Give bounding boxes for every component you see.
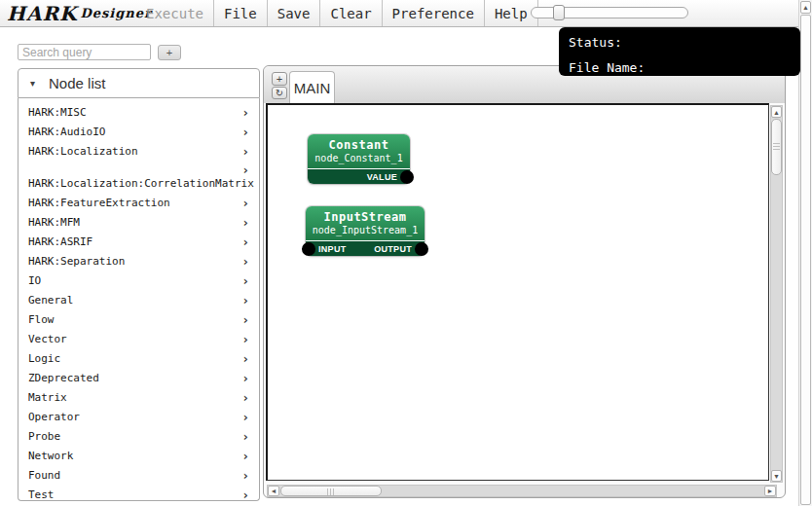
- scrollbar-grip-icon: [327, 488, 335, 495]
- file-name-label: File Name:: [569, 60, 800, 75]
- chevron-right-icon: ›: [241, 352, 249, 365]
- app-logo: HARK Designer: [0, 0, 136, 26]
- chevron-right-icon: ›: [241, 391, 249, 404]
- node-category-label: General: [28, 294, 73, 307]
- zoom-slider[interactable]: [531, 7, 688, 18]
- search-input[interactable]: [18, 44, 151, 60]
- main-panel: + ↻ MAIN Constantnode_Constant_1VALUEInp…: [263, 65, 786, 498]
- zoom-slider-handle[interactable]: [553, 5, 565, 20]
- node-list-item[interactable]: Network›: [18, 446, 259, 465]
- node-category-label: HARK:Separation: [28, 255, 125, 268]
- chevron-right-icon: ›: [241, 450, 249, 462]
- input-port[interactable]: [302, 242, 315, 256]
- node-list-item[interactable]: Test›: [18, 485, 259, 501]
- chevron-right-icon: ›: [241, 197, 249, 209]
- node-list-item[interactable]: Flow›: [18, 309, 259, 329]
- output-port-label: OUTPUT: [374, 244, 412, 254]
- node-category-label: Network: [28, 450, 73, 462]
- node-list-item[interactable]: HARK:Separation›: [18, 251, 259, 271]
- node-list-item[interactable]: HARK:Localization›: [18, 141, 259, 161]
- output-port-label: VALUE: [367, 172, 397, 182]
- clear-button[interactable]: Clear: [320, 0, 382, 26]
- node-category-label: Operator: [28, 411, 80, 423]
- node-category-label: HARK:MISC: [28, 106, 87, 119]
- node-list-item[interactable]: HARK:AudioIO›: [18, 122, 259, 141]
- chevron-right-icon: ›: [241, 126, 249, 138]
- node-type-label: InputStream: [306, 206, 424, 224]
- chevron-right-icon: ›: [241, 216, 249, 229]
- node-category-label: Matrix: [28, 391, 67, 404]
- node-list-item[interactable]: HARK:Localization:CorrelationMatrix›: [18, 161, 259, 193]
- scroll-left-icon[interactable]: ◄: [268, 486, 279, 496]
- node-category-label: HARK:Localization: [28, 145, 138, 158]
- node-list-title: Node list: [49, 75, 105, 91]
- chevron-right-icon: ›: [241, 274, 249, 287]
- flow-node-inputstream[interactable]: InputStreamnode_InputStream_1INPUTOUTPUT: [306, 206, 424, 256]
- scroll-down-icon[interactable]: ▼: [771, 470, 782, 482]
- menu-bar: Execute File Save Clear Preference Help: [136, 0, 538, 26]
- hark-designer-app: HARK Designer Execute File Save Clear Pr…: [0, 0, 812, 506]
- node-list-item[interactable]: Vector›: [18, 329, 259, 348]
- node-category-label: Found: [28, 469, 60, 482]
- chevron-right-icon: ›: [241, 145, 249, 158]
- file-button[interactable]: File: [214, 0, 268, 26]
- node-ports-strip: INPUTOUTPUT: [306, 240, 424, 256]
- chevron-right-icon: ›: [241, 430, 249, 443]
- horizontal-scrollbar-thumb[interactable]: [280, 486, 382, 496]
- node-type-label: Constant: [308, 134, 410, 152]
- node-list-item[interactable]: HARK:FeatureExtraction›: [18, 193, 259, 212]
- patch-canvas[interactable]: Constantnode_Constant_1VALUEInputStreamn…: [266, 103, 769, 481]
- refresh-sheet-button[interactable]: ↻: [272, 87, 287, 99]
- flow-node-constant[interactable]: Constantnode_Constant_1VALUE: [308, 134, 410, 184]
- page-scrollbar-thumb[interactable]: [800, 15, 811, 505]
- node-list-item[interactable]: HARK:MISC›: [18, 102, 259, 122]
- node-instance-name: node_Constant_1: [308, 153, 410, 163]
- save-button[interactable]: Save: [268, 0, 321, 26]
- node-list-item[interactable]: General›: [18, 290, 259, 309]
- node-category-label: Logic: [28, 352, 60, 365]
- node-list-body: HARK:MISC›HARK:AudioIO›HARK:Localization…: [18, 98, 260, 501]
- node-category-label: Probe: [28, 430, 60, 443]
- output-port[interactable]: [415, 242, 428, 256]
- node-list-item[interactable]: HARK:ASRIF›: [18, 232, 259, 251]
- chevron-right-icon: ›: [241, 235, 249, 248]
- node-header: InputStreamnode_InputStream_1: [306, 206, 424, 240]
- chevron-right-icon: ›: [241, 469, 249, 482]
- output-port[interactable]: [400, 170, 414, 184]
- node-list-item[interactable]: Found›: [18, 465, 259, 485]
- input-port-label: INPUT: [318, 244, 347, 254]
- node-category-label: HARK:FeatureExtraction: [28, 197, 170, 209]
- node-category-label: IO: [28, 274, 41, 287]
- chevron-right-icon: ›: [241, 313, 249, 326]
- chevron-right-icon: ›: [241, 294, 249, 307]
- add-sheet-button[interactable]: +: [272, 72, 287, 86]
- logo-hark: HARK: [7, 2, 77, 25]
- node-category-label: Vector: [28, 333, 67, 345]
- node-ports-strip: VALUE: [308, 168, 410, 184]
- chevron-right-icon: ›: [241, 255, 249, 268]
- chevron-right-icon: ›: [241, 333, 249, 345]
- node-list-item[interactable]: Probe›: [18, 426, 259, 446]
- tab-main[interactable]: MAIN: [289, 71, 335, 103]
- page-scrollbar[interactable]: ▲: [798, 0, 812, 506]
- node-list-item[interactable]: Logic›: [18, 348, 259, 368]
- node-list-header[interactable]: ▾ Node list: [18, 68, 260, 98]
- add-search-button[interactable]: +: [158, 45, 181, 60]
- preference-button[interactable]: Preference: [383, 0, 485, 26]
- node-list-item[interactable]: HARK:MFM›: [18, 212, 259, 232]
- scroll-up-icon[interactable]: ▲: [800, 1, 811, 14]
- node-list-item[interactable]: Operator›: [18, 407, 259, 426]
- canvas-horizontal-scrollbar[interactable]: ◄ ►: [267, 485, 777, 497]
- execute-button[interactable]: Execute: [136, 0, 214, 26]
- node-list-item[interactable]: ZDeprecated›: [18, 368, 259, 387]
- scroll-up-icon[interactable]: ▲: [771, 106, 782, 118]
- collapse-arrow-icon[interactable]: ▾: [30, 78, 35, 89]
- toolbar: HARK Designer Execute File Save Clear Pr…: [0, 0, 798, 27]
- node-list-item[interactable]: IO›: [18, 271, 259, 290]
- chevron-right-icon: ›: [241, 163, 249, 176]
- status-overlay: Status: File Name:: [559, 27, 800, 76]
- vertical-scrollbar-thumb[interactable]: [771, 119, 782, 175]
- node-list-item[interactable]: Matrix›: [18, 387, 259, 407]
- scroll-right-icon[interactable]: ►: [764, 486, 776, 496]
- canvas-vertical-scrollbar[interactable]: ▲ ▼: [770, 105, 783, 483]
